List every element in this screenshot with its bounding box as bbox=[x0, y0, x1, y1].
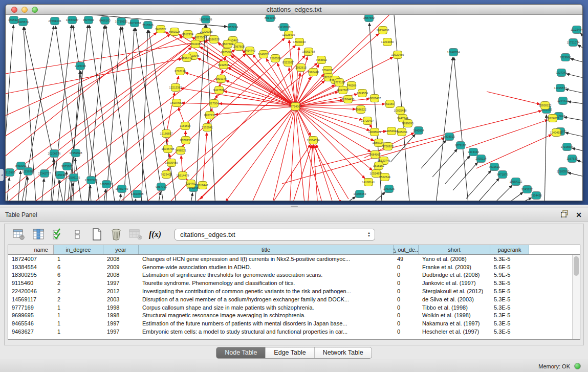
graph-node-label: 23226058 bbox=[200, 30, 213, 33]
table-cell-name: 9777169 bbox=[8, 304, 54, 311]
graph-node-label: 2522544 bbox=[379, 176, 390, 179]
table-row[interactable]: 1872400712008Changes of HCN gene express… bbox=[8, 255, 580, 263]
graph-edge bbox=[474, 178, 499, 201]
table-row[interactable]: 2242004622012Investigating the contribut… bbox=[8, 287, 580, 295]
graph-node-label: 15720407 bbox=[361, 119, 374, 122]
function-icon[interactable]: f(x) bbox=[148, 227, 162, 242]
table-row[interactable]: 911546021997Tourette syndrome. Phenomeno… bbox=[8, 279, 580, 287]
vertical-scrollbar[interactable] bbox=[572, 255, 580, 339]
column-header-in_degree[interactable]: in_degree bbox=[54, 245, 103, 254]
memory-status-icon bbox=[574, 363, 581, 369]
graph-node-label: 10807487 bbox=[368, 97, 381, 100]
graph-node-label: 16046788 bbox=[162, 147, 175, 150]
graph-node-label: 2967608 bbox=[233, 45, 245, 48]
status-bar: Memory: OK bbox=[0, 360, 588, 372]
column-header-year[interactable]: year bbox=[103, 245, 139, 254]
graph-node-label: 19384554 bbox=[307, 139, 320, 142]
column-header-name[interactable]: name bbox=[8, 245, 54, 254]
scrollbar-thumb[interactable] bbox=[574, 256, 579, 276]
select-all-icon[interactable] bbox=[51, 227, 65, 242]
graph-edge bbox=[545, 115, 547, 201]
column-header-title[interactable]: title bbox=[139, 245, 394, 254]
network-desktop: citations_edges.txt 16653282405574276914… bbox=[0, 0, 588, 205]
graph-node-label: 2935114 bbox=[475, 157, 486, 160]
table-cell-name: 9463627 bbox=[8, 329, 54, 335]
float-panel-icon[interactable] bbox=[561, 210, 569, 220]
graph-node-label: 9699695 bbox=[402, 122, 413, 125]
graph-edge bbox=[445, 156, 470, 184]
dropdown-arrows-icon: ▲▼ bbox=[367, 231, 375, 237]
close-panel-icon[interactable]: ✕ bbox=[576, 211, 582, 219]
column-header-short[interactable]: short bbox=[419, 245, 490, 254]
graph-node-label: 19218506 bbox=[278, 26, 291, 29]
graph-edge bbox=[141, 30, 148, 201]
graph-edge bbox=[568, 101, 582, 104]
graph-node-label: 10923456 bbox=[391, 53, 404, 56]
table-row[interactable]: 977716911998Corpus callosum shape and si… bbox=[8, 303, 580, 312]
table-source-dropdown[interactable]: citations_edges.txt ▲▼ bbox=[175, 229, 375, 240]
table-row[interactable]: 946362711997Embryonic stem cells: a mode… bbox=[8, 327, 580, 336]
graph-node-label: 16961758 bbox=[302, 50, 315, 53]
column-header-out_degree[interactable]: △ out_de... bbox=[394, 245, 419, 254]
graph-edge bbox=[119, 194, 121, 201]
graph-edge bbox=[572, 148, 582, 152]
graph-node-label: 8186328 bbox=[208, 38, 220, 41]
graph-node-label: 21364436 bbox=[342, 98, 355, 101]
table-cell-pagerank: 5.3E-5 bbox=[490, 329, 529, 335]
graph-edge bbox=[57, 180, 60, 201]
graph-edge bbox=[295, 106, 305, 201]
dropdown-value: citations_edges.txt bbox=[175, 231, 367, 238]
network-canvas[interactable]: 1665328240557427691406106532871527602646… bbox=[6, 15, 582, 201]
graph-node-label: 1990448 bbox=[308, 71, 319, 74]
trash-icon[interactable] bbox=[109, 227, 123, 242]
tab-node-table[interactable]: Node Table bbox=[216, 347, 266, 358]
table-cell-title: Structural magnetic resonance image aver… bbox=[139, 312, 394, 318]
table-row[interactable]: 1456911722003Disruption of a novel membe… bbox=[8, 295, 580, 303]
graph-node-label: 10025488 bbox=[394, 109, 407, 112]
column-header-pagerank[interactable]: pagerank bbox=[490, 245, 529, 254]
graph-node-label: 8912954 bbox=[182, 33, 193, 36]
column-select-icon[interactable] bbox=[31, 227, 46, 242]
table-cell-name: 14569117 bbox=[8, 296, 54, 302]
graph-node-label: 27691406 bbox=[49, 19, 61, 23]
tab-edge-table[interactable]: Edge Table bbox=[266, 347, 314, 358]
new-file-icon[interactable] bbox=[90, 227, 104, 242]
graph-edge bbox=[564, 117, 582, 121]
graph-edge bbox=[489, 185, 512, 201]
panel-divider[interactable] bbox=[0, 205, 588, 208]
graph-edge bbox=[295, 106, 341, 201]
table-cell-name: 9115460 bbox=[8, 280, 54, 286]
table-cell-out_degree: 0 bbox=[394, 304, 419, 311]
table-cell-pagerank: 5.3E-5 bbox=[490, 304, 529, 311]
table-row[interactable]: 946554611997Estimation of the future num… bbox=[8, 319, 580, 327]
table-cell-year: 2009 bbox=[103, 264, 139, 270]
table-cell-year: 1998 bbox=[103, 304, 139, 311]
row-boxes-icon[interactable] bbox=[70, 227, 84, 242]
graph-edge bbox=[578, 45, 582, 51]
graph-node-label: 746266 bbox=[347, 84, 357, 87]
graph-edge bbox=[466, 120, 548, 148]
table-settings-icon[interactable] bbox=[12, 227, 26, 242]
network-window-titlebar[interactable]: citations_edges.txt bbox=[6, 5, 582, 15]
graph-edge bbox=[158, 192, 160, 201]
graph-node-label: 8878332 bbox=[180, 139, 191, 142]
table-cell-short: Jankovic et al. (1997) bbox=[419, 280, 490, 286]
tab-network-table[interactable]: Network Table bbox=[315, 347, 372, 358]
table-row[interactable]: 969969511998Structural magnetic resonanc… bbox=[8, 312, 580, 320]
graph-node-label: 9756928 bbox=[382, 145, 394, 148]
table-cell-out_degree: 0 bbox=[394, 320, 419, 326]
table-cell-title: Genome-wide association studies in ADHD. bbox=[139, 264, 394, 270]
table-cell-title: Disruption of a novel member of a sodium… bbox=[139, 296, 394, 302]
graph-edge bbox=[113, 46, 296, 201]
table-row[interactable]: 1830029562008Estimation of significance … bbox=[8, 271, 580, 279]
divider-grip-icon[interactable] bbox=[291, 206, 298, 207]
table-row[interactable]: 1938455462009Genome-wide association stu… bbox=[8, 263, 580, 271]
graph-edge bbox=[226, 106, 295, 201]
graph-node-label: 19654923 bbox=[385, 129, 398, 133]
panel-collapse-handle[interactable]: ◂ bbox=[0, 169, 4, 181]
table-cell-short: Nakamura et al. (1997) bbox=[419, 320, 490, 326]
table-cell-name: 9699695 bbox=[8, 312, 54, 318]
graph-edge bbox=[295, 106, 365, 179]
graph-node-label: 3915909 bbox=[6, 171, 15, 174]
table-cell-short: Tibbo et al. (1998) bbox=[419, 304, 490, 311]
